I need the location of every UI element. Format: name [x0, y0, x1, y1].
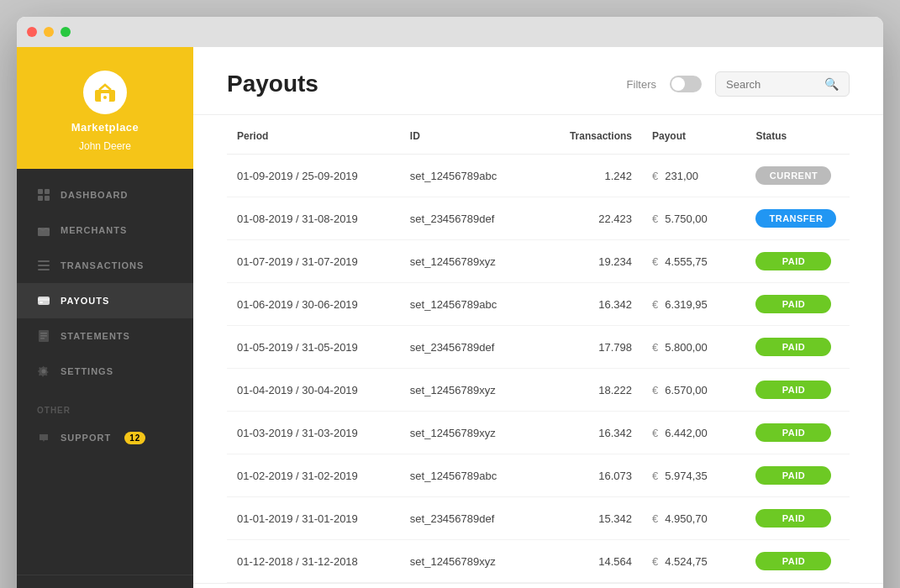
- brand-user: John Deere: [79, 140, 131, 152]
- titlebar: [17, 17, 883, 47]
- cell-transactions: 16.342: [538, 283, 642, 326]
- cell-id: set_12456789xyz: [400, 540, 539, 583]
- svg-rect-4: [45, 189, 50, 194]
- table-row[interactable]: 01-03-2019 / 31-03-2019 set_12456789xyz …: [227, 412, 850, 454]
- cell-payout: € 4.524,75: [642, 540, 746, 583]
- cell-period: 01-03-2019 / 31-03-2019: [227, 412, 400, 454]
- status-badge: PAID: [755, 252, 831, 270]
- search-icon: 🔍: [824, 77, 839, 91]
- filters-toggle[interactable]: [670, 76, 702, 92]
- sidebar-item-support[interactable]: Support 12: [17, 420, 193, 455]
- col-status: Status: [745, 115, 850, 155]
- svg-rect-17: [40, 338, 45, 339]
- sidebar-item-dashboard[interactable]: Dashboard: [17, 177, 193, 213]
- cell-payout: € 6.570,00: [642, 369, 746, 412]
- status-badge: PAID: [755, 381, 831, 399]
- cell-transactions: 19.234: [538, 240, 642, 283]
- payout-amount: 4.555,75: [665, 255, 708, 268]
- payout-currency: €: [652, 213, 658, 225]
- cell-id: set_12456789abc: [400, 155, 539, 197]
- col-id: ID: [400, 115, 539, 155]
- table-row[interactable]: 01-07-2019 / 31-07-2019 set_12456789xyz …: [227, 240, 850, 283]
- status-badge: PAID: [755, 466, 831, 485]
- close-button[interactable]: [27, 27, 37, 37]
- app-window: Marketplace John Deere Dashboard: [17, 17, 883, 588]
- cell-payout: € 5.974,35: [642, 454, 746, 497]
- svg-rect-15: [40, 333, 47, 334]
- merchants-icon: [37, 223, 50, 237]
- transactions-icon: [37, 259, 50, 272]
- minimize-button[interactable]: [44, 27, 54, 37]
- search-input[interactable]: [726, 78, 818, 91]
- cell-period: 01-09-2019 / 25-09-2019: [227, 155, 400, 197]
- merchants-label: Merchants: [61, 225, 127, 235]
- cell-status: PAID: [745, 454, 850, 497]
- table-row[interactable]: 01-02-2019 / 31-02-2019 set_12456789abc …: [227, 454, 850, 497]
- sidebar-nav: Dashboard Merchants: [17, 169, 193, 575]
- cell-status: PAID: [745, 369, 850, 412]
- payout-currency: €: [652, 555, 658, 568]
- cell-status: PAID: [745, 412, 850, 454]
- sidebar: Marketplace John Deere Dashboard: [17, 47, 193, 588]
- sidebar-item-transactions[interactable]: Transactions: [17, 248, 193, 283]
- table-row[interactable]: 01-01-2019 / 31-01-2019 set_23456789def …: [227, 497, 850, 540]
- cell-status: PAID: [745, 497, 850, 540]
- cell-id: set_23456789def: [400, 197, 539, 240]
- support-label: Support: [61, 433, 111, 443]
- sidebar-item-statements[interactable]: Statements: [17, 318, 193, 354]
- table-body: 01-09-2019 / 25-09-2019 set_12456789abc …: [227, 155, 850, 583]
- payout-currency: €: [652, 170, 658, 182]
- payout-amount: 5.974,35: [665, 470, 708, 482]
- payout-amount: 4.524,75: [665, 555, 708, 568]
- table-row[interactable]: 01-05-2019 / 31-05-2019 set_23456789def …: [227, 326, 850, 369]
- cell-period: 01-01-2019 / 31-01-2019: [227, 497, 400, 540]
- dashboard-icon: [37, 188, 50, 202]
- table-row[interactable]: 01-12-2018 / 31-12-2018 set_12456789xyz …: [227, 540, 850, 583]
- cell-period: 01-08-2019 / 31-08-2019: [227, 197, 400, 240]
- cell-payout: € 5.800,00: [642, 326, 746, 369]
- cell-id: set_12456789xyz: [400, 369, 539, 412]
- sidebar-item-payouts[interactable]: Payouts: [17, 283, 193, 318]
- svg-rect-8: [38, 260, 50, 262]
- app-body: Marketplace John Deere Dashboard: [17, 47, 883, 588]
- table-row[interactable]: 01-06-2019 / 30-06-2019 set_12456789abc …: [227, 283, 850, 326]
- col-payout: Payout: [642, 115, 746, 155]
- payout-amount: 6.442,00: [665, 427, 708, 439]
- maximize-button[interactable]: [61, 27, 71, 37]
- payout-amount: 231,00: [665, 170, 698, 182]
- main-header: Payouts Filters 🔍: [193, 47, 883, 115]
- cell-payout: € 231,00: [642, 155, 746, 197]
- cell-id: set_12456789xyz: [400, 412, 539, 454]
- svg-rect-3: [38, 189, 43, 194]
- cell-transactions: 14.564: [538, 540, 642, 583]
- status-badge: PAID: [755, 552, 831, 570]
- sidebar-item-merchants[interactable]: Merchants: [17, 213, 193, 248]
- dashboard-label: Dashboard: [61, 190, 129, 200]
- search-box[interactable]: 🔍: [715, 71, 850, 97]
- cell-status: TRANSFER: [745, 197, 850, 240]
- cell-transactions: 18.222: [538, 369, 642, 412]
- cell-status: CURRENT: [745, 155, 850, 197]
- payout-currency: €: [652, 341, 658, 354]
- payout-amount: 5.750,00: [665, 213, 708, 225]
- table-row[interactable]: 01-04-2019 / 30-04-2019 set_12456789xyz …: [227, 369, 850, 412]
- table-row[interactable]: 01-09-2019 / 25-09-2019 set_12456789abc …: [227, 155, 850, 197]
- table-row[interactable]: 01-08-2019 / 31-08-2019 set_23456789def …: [227, 197, 850, 240]
- payout-amount: 6.570,00: [665, 384, 708, 396]
- payout-currency: €: [652, 298, 658, 311]
- header-top: Payouts Filters 🔍: [227, 71, 850, 114]
- table-container: Period ID Transactions Payout Status 01-…: [193, 115, 883, 583]
- cell-period: 01-07-2019 / 31-07-2019: [227, 240, 400, 283]
- status-badge: PAID: [755, 423, 831, 442]
- statements-icon: [37, 329, 50, 343]
- cell-status: PAID: [745, 540, 850, 583]
- filters-label: Filters: [627, 78, 656, 91]
- cell-period: 01-12-2018 / 31-12-2018: [227, 540, 400, 583]
- sidebar-item-settings[interactable]: Settings: [17, 354, 193, 389]
- cell-transactions: 17.798: [538, 326, 642, 369]
- payout-currency: €: [652, 512, 658, 525]
- payout-currency: €: [652, 384, 658, 396]
- payout-amount: 5.800,00: [665, 341, 708, 354]
- status-badge: PAID: [755, 509, 831, 528]
- cell-transactions: 15.342: [538, 497, 642, 540]
